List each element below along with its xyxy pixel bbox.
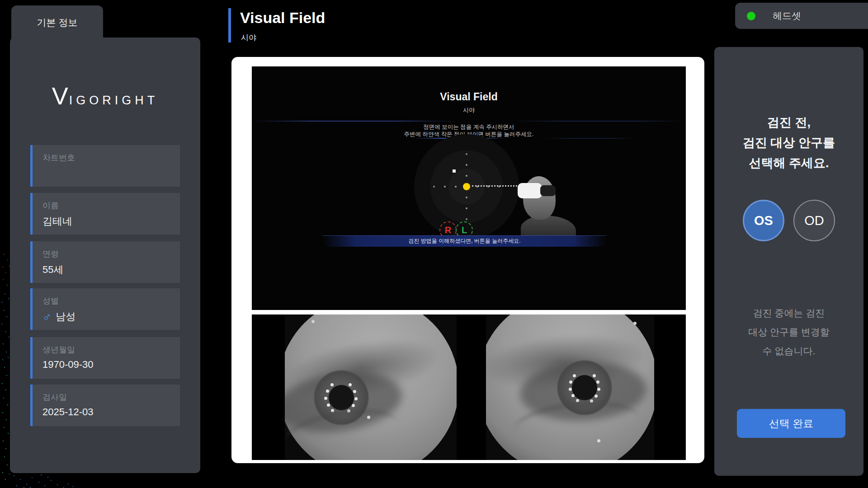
- fixation-target: [463, 183, 470, 190]
- prompt-line: 선택해 주세요.: [714, 153, 863, 174]
- male-icon: ♂: [42, 311, 52, 323]
- vr-bottom-message: 검진 방법을 이해하셨다면, 버튼을 눌러주세요.: [323, 235, 606, 247]
- field-value: 김테네: [42, 215, 72, 228]
- headset-status-dot-icon: [747, 12, 755, 20]
- vr-scene-view: Visual Field 시야 정면에 보이는 점을 계속 주시하면서 주변에 …: [252, 66, 686, 310]
- eye-selection-panel: 검진 전, 검진 대상 안구를 선택해 주세요. OS OD 검진 중에는 검진…: [714, 47, 863, 476]
- tab-basic-info[interactable]: 기본 정보: [11, 5, 103, 42]
- field-label: 성별: [42, 296, 59, 306]
- field-label: 연령: [42, 249, 59, 259]
- stimulus-point: [453, 169, 456, 173]
- field-gender: 성별 ♂ 남성: [30, 288, 180, 330]
- divider: [543, 138, 638, 139]
- divider: [252, 121, 455, 122]
- vr-instruction-line1: 정면에 보이는 점을 계속 주시하면서: [252, 123, 686, 131]
- divider: [512, 121, 686, 122]
- left-eye-camera-view: [486, 314, 654, 460]
- headset-status-chip: 헤드셋: [735, 3, 868, 29]
- od-button[interactable]: OD: [793, 200, 835, 241]
- confirm-selection-button[interactable]: 선택 완료: [737, 409, 845, 438]
- field-value: 55세: [42, 263, 63, 277]
- note-line: 대상 안구를 변경할: [714, 323, 863, 342]
- field-label: 차트번호: [42, 152, 75, 163]
- ir-led-glints: [583, 386, 586, 389]
- patient-sidebar: VIGORIGHT 차트번호 이름 김테네 연령 55세 성별 ♂ 남성 생년월…: [10, 38, 200, 473]
- field-value: 2025-12-03: [42, 406, 94, 418]
- vr-scene-title: Visual Field: [252, 91, 686, 103]
- gender-value: 남성: [56, 310, 75, 324]
- vr-headset-icon: [518, 183, 542, 198]
- field-chart-number: 차트번호: [30, 145, 180, 187]
- selection-prompt: 검진 전, 검진 대상 안구를 선택해 주세요.: [714, 113, 863, 174]
- tab-basic-info-label: 기본 정보: [37, 16, 78, 29]
- eye-option-group: OS OD: [714, 200, 863, 241]
- note-line: 수 없습니다.: [714, 342, 863, 361]
- title-accent-bar: [228, 8, 231, 42]
- selection-note: 검진 중에는 검진 대상 안구를 변경할 수 없습니다.: [714, 304, 863, 361]
- field-age: 연령 55세: [30, 241, 180, 283]
- right-eye-badge-label: R: [445, 225, 451, 235]
- field-birthdate: 생년월일 1970-09-30: [30, 337, 180, 379]
- field-value: ♂ 남성: [42, 310, 75, 324]
- eye-camera-strip: [252, 314, 686, 460]
- field-label: 검사일: [42, 392, 67, 403]
- right-eye-camera-view: [285, 314, 457, 460]
- left-eye-badge-label: L: [462, 225, 467, 235]
- app-window: 기본 정보 VIGORIGHT 차트번호 이름 김테네 연령 55세 성별 ♂ …: [0, 0, 868, 488]
- page-title: Visual Field: [240, 9, 325, 27]
- field-value: 1970-09-30: [42, 359, 94, 371]
- vr-monitor-panel: Visual Field 시야 정면에 보이는 점을 계속 주시하면서 주변에 …: [231, 57, 704, 463]
- ir-led-glints: [340, 396, 343, 399]
- prompt-line: 검진 전,: [714, 113, 863, 133]
- os-button[interactable]: OS: [743, 200, 784, 241]
- field-label: 생년월일: [42, 344, 75, 355]
- prompt-line: 검진 대상 안구를: [714, 133, 863, 153]
- vr-scene-subtitle: 시야: [252, 106, 686, 114]
- field-label: 이름: [42, 200, 59, 211]
- field-name: 이름 김테네: [30, 193, 180, 235]
- vigoright-logo: VIGORIGHT: [10, 82, 200, 110]
- headset-label: 헤드셋: [773, 9, 801, 22]
- field-exam-date: 검사일 2025-12-03: [30, 385, 180, 426]
- page-subtitle: 시야: [241, 33, 256, 43]
- vr-headset-strap: [540, 185, 556, 196]
- note-line: 검진 중에는 검진: [714, 304, 863, 323]
- particle-decoration-corner: [0, 0, 1, 1]
